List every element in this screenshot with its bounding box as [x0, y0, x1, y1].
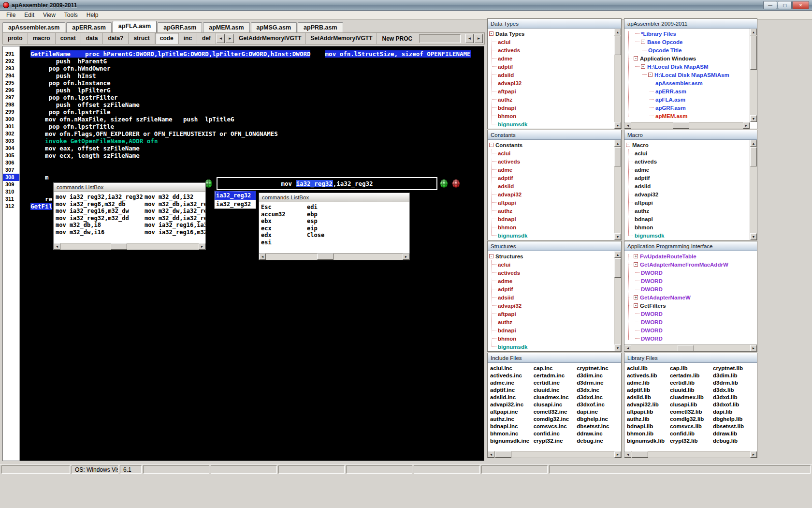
scroll-left-button[interactable]: ◄ [54, 243, 60, 250]
file-item-d3drm-lib[interactable]: d3drm.lib [713, 379, 756, 387]
tree-item-advapi32[interactable]: advapi32 [489, 79, 621, 87]
scroll-up-button[interactable]: ▲ [614, 251, 621, 258]
file-item-crypt32-inc[interactable]: crypt32.inc [534, 437, 577, 445]
file-tab-aperr-asm[interactable]: apERR.asm [66, 22, 111, 32]
tree-item-getadapternamefrommacaddrw[interactable]: -GetAdapterNameFromMacAddrW [626, 260, 757, 269]
tree-root-data-types[interactable]: -Data Types [489, 30, 621, 38]
file-item-comctl32-lib[interactable]: comctl32.lib [670, 408, 713, 416]
popup-list-item[interactable]: mov m32_db,i8 [56, 222, 145, 229]
tree-item-h-local-disk-n-apasm-asm[interactable]: -H:\Local Disk N\apASM\Asm [626, 71, 757, 79]
horizontal-scrollbar[interactable]: ◄ ► [624, 122, 750, 129]
maximize-button[interactable]: ▢ [778, 1, 792, 9]
line-number-300[interactable]: 300 [3, 116, 19, 123]
file-item-bignumsdk-inc[interactable]: bignumsdk.inc [490, 437, 534, 445]
section-tab-data[interactable]: data [81, 33, 103, 44]
collapse-box-icon[interactable]: - [641, 40, 645, 44]
minimize-button[interactable]: — [763, 1, 777, 9]
scroll-right-button[interactable]: ► [750, 451, 757, 458]
tree-item-adptif[interactable]: adptif [626, 174, 757, 182]
section-tab-const[interactable]: const [56, 33, 81, 44]
file-item-certidl-inc[interactable]: certidl.inc [534, 379, 577, 387]
file-item-dbghelp-lib[interactable]: dbghelp.lib [713, 416, 756, 423]
scroll-down-button[interactable]: ▼ [614, 344, 621, 351]
tree-item-bdnapi[interactable]: bdnapi [489, 215, 621, 223]
file-item-comdlg32-lib[interactable]: comdlg32.lib [670, 416, 713, 423]
menu-item-tools[interactable]: Tools [60, 11, 82, 19]
tree-item-bhmon[interactable]: bhmon [489, 112, 621, 120]
file-item-cluadmex-inc[interactable]: cluadmex.inc [534, 394, 577, 401]
tree-item-aclui[interactable]: aclui [489, 149, 621, 157]
file-item-d3drm-inc[interactable]: d3drm.inc [577, 379, 620, 387]
tree-item-bignumsdk[interactable]: bignumsdk [489, 120, 621, 128]
line-number-303[interactable]: 303 [3, 137, 19, 145]
tree-item-adsiid[interactable]: adsiid [489, 182, 621, 190]
tree-item-bhmon[interactable]: bhmon [489, 334, 621, 343]
file-item-d3dx-inc[interactable]: d3dx.inc [577, 387, 620, 394]
tree-item-advapi32[interactable]: advapi32 [489, 301, 621, 310]
file-item-comdlg32-inc[interactable]: comdlg32.inc [534, 416, 577, 423]
popup-list-item[interactable]: mov ia32_reg32,m32_dd [56, 215, 145, 222]
tree-item-activeds[interactable]: activeds [489, 157, 621, 165]
cancel-sphere-icon[interactable] [452, 179, 460, 188]
menu-item-view[interactable]: View [39, 11, 60, 19]
file-item-d3dxd-lib[interactable]: d3dxd.lib [713, 394, 756, 401]
popup-list-item[interactable]: mov ia32_reg32,ia32_reg32 [56, 194, 145, 201]
tree-item-adsiid[interactable]: adsiid [489, 71, 621, 79]
scroll-up-button[interactable]: ▲ [614, 140, 621, 147]
tree-item-adme[interactable]: adme [489, 165, 621, 174]
tree-item-fwupdateroutetable[interactable]: +FwUpdateRouteTable [626, 252, 757, 260]
menu-item-help[interactable]: Help [82, 11, 103, 19]
scroll-down-button[interactable]: ▼ [750, 115, 757, 122]
horizontal-scrollbar[interactable]: ◄ ► [54, 243, 205, 250]
file-item-debug-lib[interactable]: debug.lib [713, 437, 756, 445]
ok-sphere-icon[interactable] [440, 179, 448, 188]
tree-item-h-local-disk-n-apasm[interactable]: -H:\Local Disk N\apASM [626, 62, 757, 71]
tree-root-macro[interactable]: -Macro [626, 141, 757, 149]
file-item-cluadmex-lib[interactable]: cluadmex.lib [670, 394, 713, 401]
tree-item-library-files[interactable]: *Library Files [626, 30, 757, 38]
scroll-up-button[interactable]: ▲ [614, 29, 621, 35]
file-item-certadm-lib[interactable]: certadm.lib [670, 372, 713, 379]
file-item-d3dxd-inc[interactable]: d3dxd.inc [577, 394, 620, 401]
file-item-confid-inc[interactable]: confid.inc [534, 430, 577, 437]
file-item-activeds-lib[interactable]: activeds.lib [627, 372, 670, 379]
tree-item-dword[interactable]: DWORD [626, 269, 757, 277]
file-item-d3dim-inc[interactable]: d3dim.inc [577, 372, 620, 379]
tree-item-authz[interactable]: authz [626, 207, 757, 215]
line-number-301[interactable]: 301 [3, 123, 19, 130]
scroll-right-button[interactable]: ► [614, 451, 621, 458]
popup-list-item[interactable]: accum32 [261, 211, 307, 218]
file-item-ciuuid-inc[interactable]: ciuuid.inc [534, 387, 577, 394]
tree-item-aftpapi[interactable]: aftpapi [489, 198, 621, 207]
file-tab-apprb-asm[interactable]: apPRB.asm [298, 22, 343, 32]
file-tab-apgrf-asm[interactable]: apGRF.asm [158, 22, 202, 32]
tree-item-dword[interactable]: DWORD [626, 326, 757, 334]
popup-list-item[interactable]: ecx [261, 225, 307, 232]
popup-list-item[interactable]: ebp [307, 211, 409, 218]
scroll-thumb[interactable] [673, 122, 689, 129]
green-sphere-icon[interactable] [205, 179, 212, 188]
tree-item-dword[interactable]: DWORD [626, 285, 757, 293]
tree-item-base-opcode[interactable]: -Base Opcode [626, 38, 757, 46]
scroll-thumb[interactable] [750, 36, 757, 70]
vertical-scrollbar[interactable]: ▲ ▼ [614, 140, 621, 240]
scroll-down-button[interactable]: ▼ [614, 233, 621, 240]
scroll-left-button[interactable]: ◄ [488, 451, 494, 458]
file-item-authz-inc[interactable]: authz.inc [490, 416, 534, 423]
file-item-adsiid-inc[interactable]: adsiid.inc [490, 394, 534, 401]
tree-item-authz[interactable]: authz [489, 95, 621, 104]
tree-item-bdnapi[interactable]: bdnapi [626, 215, 757, 223]
tree-item-opcode-title[interactable]: Opcode Title [626, 46, 757, 54]
menu-item-edit[interactable]: Edit [20, 11, 39, 19]
file-item-adptif-lib[interactable]: adptif.lib [627, 387, 670, 394]
popup-list-item[interactable]: mov m32_dw,i16 [56, 229, 145, 236]
scroll-thumb[interactable] [111, 243, 127, 250]
scroll-thumb[interactable] [614, 147, 621, 166]
tree-item-bignumsdk[interactable]: bignumsdk [489, 231, 621, 239]
line-number-294[interactable]: 294 [3, 72, 19, 79]
line-number-293[interactable]: 293 [3, 65, 19, 72]
tree-item-apgrf-asm[interactable]: apGRF.asm [626, 104, 757, 112]
file-item-ddraw-lib[interactable]: ddraw.lib [713, 430, 756, 437]
code-editor[interactable]: 2912922932942952962972982993003013023033… [2, 46, 484, 461]
tree-item-adsiid[interactable]: adsiid [626, 182, 757, 190]
